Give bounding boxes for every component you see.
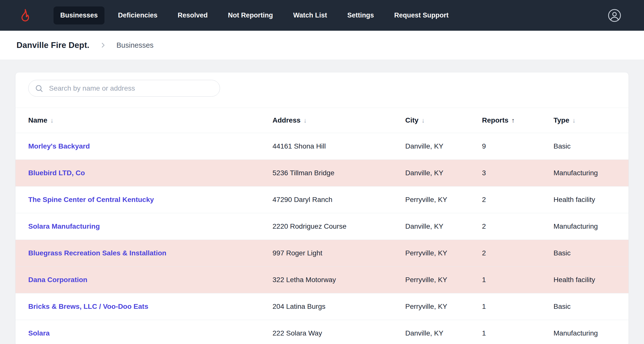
business-link[interactable]: Dana Corporation bbox=[28, 276, 87, 284]
searchbox bbox=[28, 80, 220, 97]
sort-desc-icon: ↓ bbox=[50, 117, 54, 124]
table-row: Morley's Backyard44161 Shona HillDanvill… bbox=[16, 133, 628, 160]
reports-cell: 9 bbox=[482, 133, 554, 160]
address-cell: 997 Roger Light bbox=[272, 240, 405, 266]
search-input[interactable] bbox=[28, 80, 220, 97]
business-link[interactable]: Morley's Backyard bbox=[28, 142, 90, 150]
table-row: Bluebird LTD, Co5236 Tillman BridgeDanvi… bbox=[16, 160, 628, 186]
reports-cell: 2 bbox=[482, 213, 554, 240]
name-cell: Bluebird LTD, Co bbox=[16, 160, 272, 186]
breadcrumb-section: Businesses bbox=[116, 41, 154, 49]
reports-cell: 2 bbox=[482, 240, 554, 266]
type-cell: Health facility bbox=[554, 266, 628, 293]
column-header-city[interactable]: City↓ bbox=[405, 108, 482, 133]
type-cell: Basic bbox=[554, 240, 628, 266]
table-header: Name↓Address↓City↓Reports↑Type↓ bbox=[16, 108, 628, 133]
column-label: Type bbox=[554, 116, 569, 124]
address-cell: 322 Letha Motorway bbox=[272, 266, 405, 293]
table-row: Solara222 Solara WayDanville, KY1Manufac… bbox=[16, 320, 628, 344]
business-link[interactable]: Solara bbox=[28, 329, 50, 337]
business-link[interactable]: Bluebird LTD, Co bbox=[28, 169, 85, 177]
name-cell: Bricks & Brews, LLC / Voo-Doo Eats bbox=[16, 293, 272, 320]
businesses-table: Name↓Address↓City↓Reports↑Type↓ Morley's… bbox=[16, 108, 628, 344]
sort-asc-icon: ↑ bbox=[512, 117, 515, 124]
business-link[interactable]: Bluegrass Recreation Sales & Installatio… bbox=[28, 249, 166, 257]
type-cell: Basic bbox=[554, 133, 628, 160]
user-account-button[interactable] bbox=[608, 8, 622, 22]
city-cell: Perryville, KY bbox=[405, 266, 482, 293]
column-label: Name bbox=[28, 116, 47, 124]
nav-item-request-support[interactable]: Request Support bbox=[388, 6, 456, 24]
reports-cell: 1 bbox=[482, 266, 554, 293]
nav-item-settings[interactable]: Settings bbox=[340, 6, 381, 24]
address-cell: 2220 Rodriguez Course bbox=[272, 213, 405, 240]
address-cell: 47290 Daryl Ranch bbox=[272, 186, 405, 213]
name-cell: The Spine Center of Central Kentucky bbox=[16, 186, 272, 213]
flame-logo-icon bbox=[18, 7, 32, 23]
name-cell: Dana Corporation bbox=[16, 266, 272, 293]
business-link[interactable]: The Spine Center of Central Kentucky bbox=[28, 196, 154, 203]
type-cell: Health facility bbox=[554, 186, 628, 213]
name-cell: Solara Manufacturing bbox=[16, 213, 272, 240]
businesses-card: Name↓Address↓City↓Reports↑Type↓ Morley's… bbox=[15, 72, 629, 344]
breadcrumb: Danville Fire Dept. Businesses bbox=[0, 31, 644, 60]
address-cell: 44161 Shona Hill bbox=[272, 133, 405, 160]
breadcrumb-department[interactable]: Danville Fire Dept. bbox=[16, 40, 90, 50]
type-cell: Manufacturing bbox=[554, 320, 628, 344]
nav-menu: BusinessesDeficienciesResolvedNot Report… bbox=[54, 6, 455, 24]
reports-cell: 3 bbox=[482, 160, 554, 186]
chevron-right-icon bbox=[100, 42, 106, 49]
main-content: Name↓Address↓City↓Reports↑Type↓ Morley's… bbox=[0, 60, 644, 344]
column-label: Reports bbox=[482, 116, 508, 124]
type-cell: Manufacturing bbox=[554, 160, 628, 186]
column-header-type[interactable]: Type↓ bbox=[554, 108, 628, 133]
top-nav: BusinessesDeficienciesResolvedNot Report… bbox=[0, 0, 644, 31]
type-cell: Manufacturing bbox=[554, 213, 628, 240]
address-cell: 222 Solara Way bbox=[272, 320, 405, 344]
city-cell: Danville, KY bbox=[405, 320, 482, 344]
table-row: Bluegrass Recreation Sales & Installatio… bbox=[16, 240, 628, 266]
address-cell: 5236 Tillman Bridge bbox=[272, 160, 405, 186]
city-cell: Danville, KY bbox=[405, 160, 482, 186]
nav-item-deficiencies[interactable]: Deficiencies bbox=[111, 6, 164, 24]
city-cell: Danville, KY bbox=[405, 133, 482, 160]
business-link[interactable]: Bricks & Brews, LLC / Voo-Doo Eats bbox=[28, 303, 148, 310]
column-header-reports[interactable]: Reports↑ bbox=[482, 108, 554, 133]
name-cell: Morley's Backyard bbox=[16, 133, 272, 160]
business-link[interactable]: Solara Manufacturing bbox=[28, 222, 100, 230]
search-icon bbox=[35, 84, 43, 93]
table-row: The Spine Center of Central Kentucky4729… bbox=[16, 186, 628, 213]
nav-item-businesses[interactable]: Businesses bbox=[54, 6, 104, 24]
city-cell: Perryville, KY bbox=[405, 240, 482, 266]
table-row: Bricks & Brews, LLC / Voo-Doo Eats204 La… bbox=[16, 293, 628, 320]
table-row: Dana Corporation322 Letha MotorwayPerryv… bbox=[16, 266, 628, 293]
table-toolbar bbox=[16, 72, 628, 108]
city-cell: Perryville, KY bbox=[405, 186, 482, 213]
sort-desc-icon: ↓ bbox=[572, 117, 576, 124]
column-header-name[interactable]: Name↓ bbox=[16, 108, 272, 133]
address-cell: 204 Latina Burgs bbox=[272, 293, 405, 320]
reports-cell: 1 bbox=[482, 293, 554, 320]
column-label: City bbox=[405, 116, 418, 124]
reports-cell: 2 bbox=[482, 186, 554, 213]
name-cell: Bluegrass Recreation Sales & Installatio… bbox=[16, 240, 272, 266]
app-logo[interactable] bbox=[18, 7, 32, 23]
user-avatar-icon bbox=[608, 8, 622, 22]
name-cell: Solara bbox=[16, 320, 272, 344]
sort-desc-icon: ↓ bbox=[422, 117, 425, 124]
nav-item-resolved[interactable]: Resolved bbox=[171, 6, 214, 24]
column-label: Address bbox=[272, 116, 300, 124]
nav-item-not-reporting[interactable]: Not Reporting bbox=[221, 6, 280, 24]
nav-item-watch-list[interactable]: Watch List bbox=[286, 6, 334, 24]
type-cell: Basic bbox=[554, 293, 628, 320]
sort-desc-icon: ↓ bbox=[304, 117, 307, 124]
city-cell: Danville, KY bbox=[405, 213, 482, 240]
table-row: Solara Manufacturing2220 Rodriguez Cours… bbox=[16, 213, 628, 240]
column-header-address[interactable]: Address↓ bbox=[272, 108, 405, 133]
city-cell: Perryville, KY bbox=[405, 293, 482, 320]
reports-cell: 1 bbox=[482, 320, 554, 344]
